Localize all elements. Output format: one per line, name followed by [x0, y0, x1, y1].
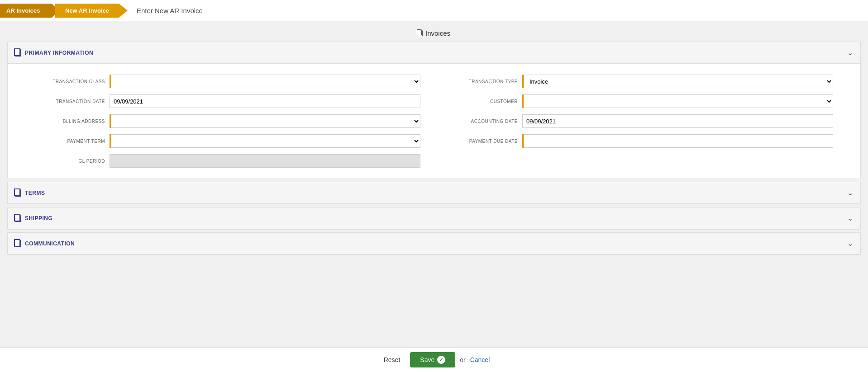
primary-information-section: PRIMARY INFORMATION ⌄ TRANSACTION CLASS: [7, 42, 861, 179]
terms-section: TERMS ⌄: [7, 182, 861, 204]
primary-doc-icon: [15, 49, 21, 57]
transaction-date-row: TRANSACTION DATE: [35, 94, 420, 108]
transaction-type-label: TRANSACTION TYPE: [448, 79, 518, 84]
shipping-doc-icon: [15, 215, 21, 222]
breadcrumb-new-ar-invoice[interactable]: New AR Invoice: [55, 4, 128, 18]
communication-doc-icon: [15, 240, 21, 247]
customer-row: CUSTOMER: [448, 94, 833, 108]
payment-due-date-field: [522, 134, 833, 148]
transaction-type-row: TRANSACTION TYPE Invoice: [448, 75, 833, 88]
payment-due-date-label: PAYMENT DUE DATE: [448, 139, 518, 144]
accounting-date-input[interactable]: [522, 114, 833, 128]
transaction-date-field: [110, 94, 420, 108]
gl-period-field: [110, 154, 420, 168]
customer-select[interactable]: [522, 94, 833, 108]
billing-address-row: BLLING ADDRESS: [35, 114, 420, 128]
cancel-button[interactable]: Cancel: [470, 356, 490, 363]
customer-field: [522, 94, 833, 108]
primary-information-header[interactable]: PRIMARY INFORMATION ⌄: [8, 42, 860, 64]
payment-due-date-row: PAYMENT DUE DATE: [448, 134, 833, 148]
transaction-class-label: TRANSACTION CLASS: [35, 79, 105, 84]
primary-chevron-icon: ⌄: [847, 48, 853, 57]
invoices-title: Invoices: [425, 29, 450, 37]
transaction-class-select[interactable]: [111, 75, 420, 88]
shipping-section: SHIPPING ⌄: [7, 207, 861, 230]
transaction-class-row: TRANSACTION CLASS: [35, 75, 420, 88]
left-column: TRANSACTION CLASS TRANSACTION DATE: [35, 75, 420, 168]
shipping-chevron-icon: ⌄: [847, 214, 853, 222]
save-button[interactable]: Save ✓: [410, 352, 455, 367]
customer-label: CUSTOMER: [448, 99, 518, 104]
payment-term-row: PAYMENT TERM: [35, 134, 420, 148]
terms-doc-icon: [15, 189, 21, 197]
transaction-date-label: TRANSACTION DATE: [35, 99, 105, 104]
accounting-date-label: ACCOUNTING DATE: [448, 119, 518, 124]
communication-chevron-icon: ⌄: [847, 239, 853, 248]
invoices-section-header: Invoices: [7, 26, 861, 42]
payment-due-date-input[interactable]: [524, 134, 833, 148]
transaction-date-input[interactable]: [110, 94, 420, 108]
terms-chevron-icon: ⌄: [847, 188, 853, 197]
billing-address-label: BLLING ADDRESS: [35, 119, 105, 124]
terms-header[interactable]: TERMS ⌄: [8, 182, 860, 204]
transaction-type-field: Invoice: [522, 75, 833, 88]
page-title: Enter New AR Invoice: [137, 7, 203, 14]
billing-address-field: [110, 114, 420, 128]
shipping-header[interactable]: SHIPPING ⌄: [8, 207, 860, 229]
communication-header[interactable]: COMMUNICATION ⌄: [8, 233, 860, 254]
terms-title: TERMS: [15, 189, 45, 197]
right-column: TRANSACTION TYPE Invoice CUSTOMER: [448, 75, 833, 168]
invoices-doc-icon: [418, 30, 423, 36]
footer-or-text: or: [460, 356, 465, 363]
shipping-title: SHIPPING: [15, 215, 52, 222]
breadcrumb-ar-invoices[interactable]: AR Invoices: [0, 4, 59, 18]
payment-term-label: PAYMENT TERM: [35, 139, 105, 144]
accounting-date-field: [522, 114, 833, 128]
payment-term-select[interactable]: [111, 134, 420, 148]
communication-section: COMMUNICATION ⌄: [7, 232, 861, 255]
reset-button[interactable]: Reset: [378, 353, 406, 366]
breadcrumb: AR Invoices New AR Invoice Enter New AR …: [0, 0, 868, 21]
page-content: Invoices PRIMARY INFORMATION ⌄ TRANSACTI…: [0, 21, 868, 371]
payment-term-field: [110, 134, 420, 148]
gl-period-label: GL PERIOD: [35, 159, 105, 164]
primary-information-title: PRIMARY INFORMATION: [15, 49, 93, 57]
footer: Reset Save ✓ or Cancel: [0, 347, 868, 371]
communication-title: COMMUNICATION: [15, 240, 75, 247]
primary-form-grid: TRANSACTION CLASS TRANSACTION DATE: [35, 75, 833, 168]
primary-information-body: TRANSACTION CLASS TRANSACTION DATE: [8, 64, 860, 179]
save-check-icon: ✓: [437, 356, 445, 364]
gl-period-input[interactable]: [110, 154, 420, 168]
accounting-date-row: ACCOUNTING DATE: [448, 114, 833, 128]
transaction-class-field: [110, 75, 420, 88]
transaction-type-select[interactable]: Invoice: [524, 75, 833, 88]
billing-address-select[interactable]: [111, 114, 420, 128]
gl-period-row: GL PERIOD: [35, 154, 420, 168]
